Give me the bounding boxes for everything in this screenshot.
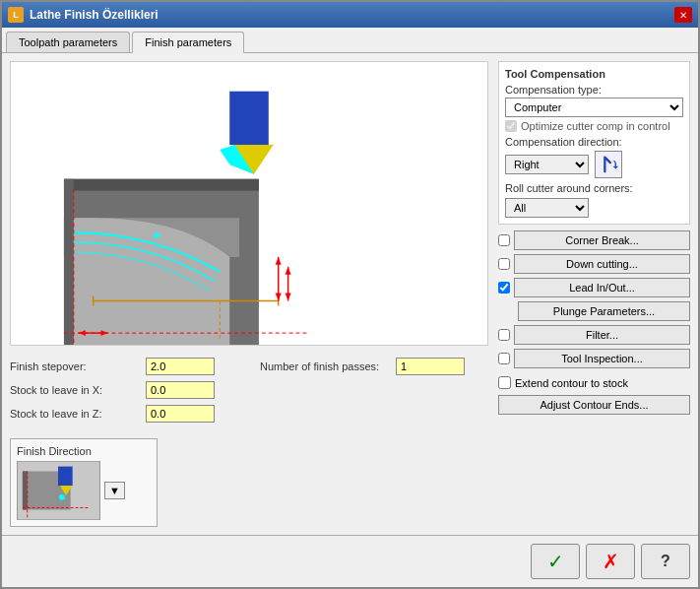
roll-cutter-section: Roll cutter around corners: All None Sha… <box>505 182 683 218</box>
help-button[interactable]: ? <box>641 544 690 579</box>
comp-type-label: Compensation type: <box>505 84 683 96</box>
down-cutting-row: Down cutting... <box>498 254 690 274</box>
svg-point-31 <box>59 494 65 500</box>
lead-in-out-row: Lead In/Out... <box>498 278 690 297</box>
lead-in-out-checkbox[interactable] <box>498 282 510 294</box>
tool-inspection-row: Tool Inspection... <box>498 349 690 368</box>
tool-compensation-section: Tool Compensation Compensation type: Com… <box>498 61 690 225</box>
comp-direction-select[interactable]: Right Left <box>505 155 589 174</box>
finish-direction-dropdown[interactable]: ▼ <box>104 482 125 499</box>
comp-type-select[interactable]: Computer Left Right Off Wear Reverse Wea… <box>505 98 683 117</box>
finish-stepover-input[interactable] <box>146 358 215 375</box>
svg-rect-4 <box>64 179 74 345</box>
cancel-icon: ✗ <box>603 550 619 573</box>
comp-direction-label: Compensation direction: <box>505 136 683 148</box>
stock-leave-z-input[interactable] <box>146 405 215 423</box>
roll-label: Roll cutter around corners: <box>505 182 633 194</box>
roll-select[interactable]: All None Sharp <box>505 198 589 218</box>
app-icon: L <box>8 7 24 23</box>
arrow-icon-svg <box>598 154 619 175</box>
filter-row: Filter... <box>498 325 690 345</box>
direction-preview-svg <box>18 461 99 520</box>
svg-rect-3 <box>64 179 259 191</box>
ok-icon: ✓ <box>547 550 564 573</box>
lead-in-out-button[interactable]: Lead In/Out... <box>514 278 690 297</box>
action-buttons-section: Corner Break... Down cutting... Lead In/… <box>498 230 690 415</box>
svg-marker-32 <box>613 166 619 169</box>
optimize-checkbox-row: Optimize cutter comp in control <box>505 120 683 132</box>
dropdown-arrow-icon: ▼ <box>109 485 120 496</box>
close-button[interactable]: ✕ <box>674 7 692 23</box>
num-finish-passes-label: Number of finish passes: <box>260 360 388 372</box>
parameters-section: Finish stepover: Number of finish passes… <box>10 354 488 426</box>
adjust-contour-ends-button[interactable]: Adjust Contour Ends... <box>498 395 690 415</box>
comp-direction-row: Right Left <box>505 151 683 178</box>
bottom-bar: ✓ ✗ ? <box>2 535 698 587</box>
tab-bar: Toolpath parameters Finish parameters <box>2 28 698 53</box>
stock-leave-z-label: Stock to leave in Z: <box>10 408 138 420</box>
finish-direction-title: Finish Direction <box>17 445 151 457</box>
num-finish-passes-input[interactable] <box>396 358 465 375</box>
finish-direction-box: Finish Direction <box>10 438 158 527</box>
finish-direction-preview <box>17 461 100 520</box>
tab-toolpath-parameters[interactable]: Toolpath parameters <box>6 32 130 52</box>
main-window: L Lathe Finish Özellikleri ✕ Toolpath pa… <box>0 0 700 589</box>
down-cutting-checkbox[interactable] <box>498 258 510 270</box>
filter-checkbox[interactable] <box>498 329 510 341</box>
corner-break-button[interactable]: Corner Break... <box>514 230 690 250</box>
tab-finish-parameters[interactable]: Finish parameters <box>132 32 244 53</box>
plunge-parameters-button[interactable]: Plunge Parameters... <box>518 301 690 321</box>
titlebar-left: L Lathe Finish Özellikleri <box>8 7 159 23</box>
cancel-button[interactable]: ✗ <box>586 544 635 579</box>
svg-rect-6 <box>229 92 269 145</box>
finish-stepover-row: Finish stepover: Number of finish passes… <box>10 358 488 375</box>
left-panel: Finish stepover: Number of finish passes… <box>10 61 488 527</box>
corner-break-checkbox[interactable] <box>498 234 510 246</box>
diagram-area <box>10 61 488 346</box>
stock-leave-z-row: Stock to leave in Z: <box>10 405 488 423</box>
plunge-parameters-row: Plunge Parameters... <box>518 301 690 321</box>
extend-contour-checkbox[interactable] <box>498 376 511 389</box>
main-content: Finish stepover: Number of finish passes… <box>2 53 698 535</box>
right-panel: Tool Compensation Compensation type: Com… <box>498 61 690 527</box>
tool-comp-title: Tool Compensation <box>505 68 683 80</box>
ok-button[interactable]: ✓ <box>531 544 580 579</box>
down-cutting-button[interactable]: Down cutting... <box>514 254 690 274</box>
stock-leave-x-input[interactable] <box>146 381 215 399</box>
window-title: Lathe Finish Özellikleri <box>30 8 159 22</box>
help-icon: ? <box>661 553 670 570</box>
stock-leave-x-label: Stock to leave in X: <box>10 384 138 396</box>
optimize-label: Optimize cutter comp in control <box>521 120 670 132</box>
svg-rect-26 <box>23 471 28 509</box>
comp-direction-arrow-icon <box>595 151 622 178</box>
tool-inspection-button[interactable]: Tool Inspection... <box>514 349 690 368</box>
extend-contour-row: Extend contour to stock <box>498 376 690 389</box>
finish-stepover-label: Finish stepover: <box>10 360 138 372</box>
finish-direction-inner: ▼ <box>17 461 151 520</box>
titlebar: L Lathe Finish Özellikleri ✕ <box>2 2 698 28</box>
extend-contour-label: Extend contour to stock <box>515 377 628 389</box>
adjust-contour-row: Adjust Contour Ends... <box>498 395 690 415</box>
finish-direction-section: Finish Direction <box>10 438 488 527</box>
lathe-diagram <box>11 62 487 345</box>
stock-leave-x-row: Stock to leave in X: <box>10 381 488 399</box>
svg-rect-27 <box>58 467 73 487</box>
optimize-checkbox[interactable] <box>505 120 517 132</box>
filter-button[interactable]: Filter... <box>514 325 690 345</box>
tool-inspection-checkbox[interactable] <box>498 353 510 364</box>
corner-break-row: Corner Break... <box>498 230 690 250</box>
